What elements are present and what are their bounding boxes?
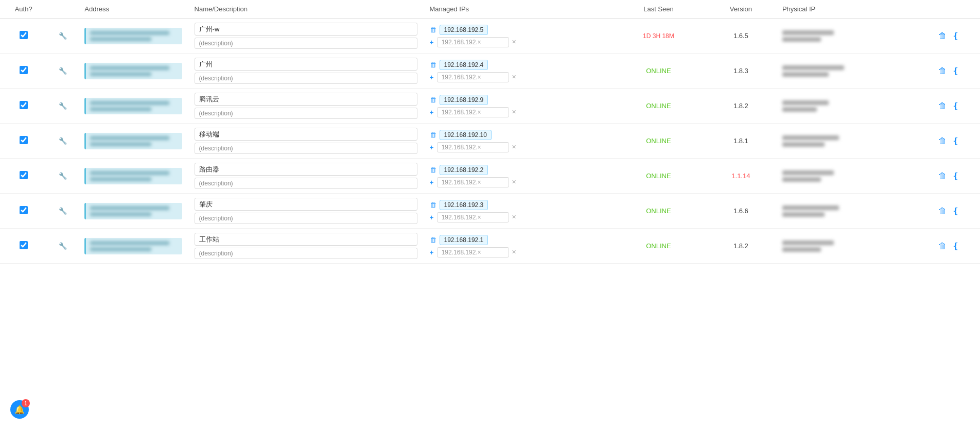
edit-icon[interactable]: 🔧	[59, 67, 67, 75]
name-input[interactable]	[195, 93, 417, 106]
connect-icon[interactable]: ❴	[952, 101, 959, 110]
delete-ip-icon[interactable]: 🗑	[430, 131, 436, 139]
description-input[interactable]	[195, 178, 417, 189]
delete-ip-icon[interactable]: 🗑	[430, 96, 436, 104]
version-value: 1.8.2	[733, 242, 748, 250]
name-input[interactable]	[195, 233, 417, 246]
ip-add-input[interactable]	[437, 247, 509, 258]
ip-clear-icon[interactable]: ✕	[512, 179, 516, 185]
delete-ip-icon[interactable]: 🗑	[430, 26, 436, 33]
ip-add-input[interactable]	[437, 107, 509, 117]
table-row: 🔧 🗑 192.168.192.3 + ✕ ONLINE1.6.6 🗑 ❴	[0, 194, 980, 229]
table-row: 🔧 🗑 192.168.192.10 + ✕ ONLINE1.8.1 🗑 ❴	[0, 124, 980, 159]
cell-name-desc	[188, 159, 424, 194]
delete-row-icon[interactable]: 🗑	[938, 207, 947, 215]
auth-checkbox[interactable]	[20, 136, 28, 144]
ip-clear-icon[interactable]: ✕	[512, 109, 516, 115]
cell-address	[78, 229, 188, 264]
add-ip-icon[interactable]: +	[430, 38, 434, 46]
version-value: 1.8.1	[733, 137, 748, 145]
last-seen-value: ONLINE	[646, 137, 671, 145]
address-line-2	[90, 107, 151, 111]
ip-clear-icon[interactable]: ✕	[512, 39, 516, 45]
delete-ip-icon[interactable]: 🗑	[430, 236, 436, 244]
delete-row-icon[interactable]: 🗑	[938, 31, 947, 40]
cell-last-seen: ONLINE	[611, 229, 706, 264]
cell-edit: 🔧	[47, 54, 78, 89]
auth-checkbox[interactable]	[20, 101, 28, 109]
description-input[interactable]	[195, 213, 417, 224]
col-edit-spacer	[47, 0, 78, 19]
delete-ip-icon[interactable]: 🗑	[430, 61, 436, 68]
delete-ip-icon[interactable]: 🗑	[430, 166, 436, 174]
ip-add-input[interactable]	[437, 212, 509, 222]
delete-row-icon[interactable]: 🗑	[938, 101, 947, 110]
cell-version: 1.6.5	[706, 19, 776, 54]
cell-auth	[0, 159, 47, 194]
address-block	[84, 168, 182, 184]
cell-physical-ip	[776, 194, 917, 229]
edit-icon[interactable]: 🔧	[59, 242, 67, 250]
auth-checkbox[interactable]	[20, 206, 28, 214]
delete-ip-icon[interactable]: 🗑	[430, 201, 436, 209]
name-input[interactable]	[195, 163, 417, 176]
ip-add-input[interactable]	[437, 37, 509, 47]
physical-ip-line2	[782, 247, 821, 252]
name-input[interactable]	[195, 58, 417, 71]
name-input[interactable]	[195, 128, 417, 141]
add-ip-icon[interactable]: +	[430, 73, 434, 81]
ip-clear-icon[interactable]: ✕	[512, 144, 516, 150]
ip-add-input[interactable]	[437, 177, 509, 187]
auth-checkbox[interactable]	[20, 66, 28, 74]
connect-icon[interactable]: ❴	[952, 207, 959, 215]
edit-icon[interactable]: 🔧	[59, 172, 67, 180]
delete-row-icon[interactable]: 🗑	[938, 171, 947, 180]
add-ip-icon[interactable]: +	[430, 143, 434, 151]
add-ip-row: + ✕	[430, 177, 606, 187]
description-input[interactable]	[195, 38, 417, 49]
connect-icon[interactable]: ❴	[952, 31, 959, 40]
edit-icon[interactable]: 🔧	[59, 137, 67, 145]
add-ip-icon[interactable]: +	[430, 108, 434, 116]
ip-add-input[interactable]	[437, 142, 509, 152]
description-input[interactable]	[195, 108, 417, 119]
cell-actions: 🗑 ❴	[917, 89, 980, 124]
ip-clear-icon[interactable]: ✕	[512, 74, 516, 80]
cell-version: 1.8.2	[706, 89, 776, 124]
managed-ip-row: 🗑 192.168.192.1	[430, 235, 606, 245]
delete-row-icon[interactable]: 🗑	[938, 66, 947, 75]
cell-auth	[0, 124, 47, 159]
edit-icon[interactable]: 🔧	[59, 207, 67, 215]
physical-ip-line1	[782, 135, 839, 140]
add-ip-icon[interactable]: +	[430, 178, 434, 186]
edit-icon[interactable]: 🔧	[59, 32, 67, 40]
cell-auth	[0, 194, 47, 229]
col-last-seen: Last Seen	[611, 0, 706, 19]
ip-clear-icon[interactable]: ✕	[512, 214, 516, 220]
connect-icon[interactable]: ❴	[952, 242, 959, 250]
cell-actions: 🗑 ❴	[917, 194, 980, 229]
edit-icon[interactable]: 🔧	[59, 102, 67, 110]
add-ip-icon[interactable]: +	[430, 213, 434, 221]
address-block	[84, 133, 182, 149]
description-input[interactable]	[195, 143, 417, 154]
auth-checkbox[interactable]	[20, 171, 28, 179]
name-input[interactable]	[195, 23, 417, 36]
last-seen-value: ONLINE	[646, 67, 671, 75]
delete-row-icon[interactable]: 🗑	[938, 136, 947, 145]
auth-checkbox[interactable]	[20, 241, 28, 249]
name-input[interactable]	[195, 198, 417, 211]
cell-auth	[0, 19, 47, 54]
ip-add-input[interactable]	[437, 72, 509, 82]
connect-icon[interactable]: ❴	[952, 136, 959, 145]
add-ip-icon[interactable]: +	[430, 248, 434, 256]
auth-checkbox[interactable]	[20, 31, 28, 39]
ip-clear-icon[interactable]: ✕	[512, 249, 516, 255]
description-input[interactable]	[195, 248, 417, 259]
cell-last-seen: ONLINE	[611, 194, 706, 229]
connect-icon[interactable]: ❴	[952, 171, 959, 180]
description-input[interactable]	[195, 73, 417, 84]
delete-row-icon[interactable]: 🗑	[938, 242, 947, 250]
managed-ip-row: 🗑 192.168.192.3	[430, 200, 606, 210]
connect-icon[interactable]: ❴	[952, 66, 959, 75]
